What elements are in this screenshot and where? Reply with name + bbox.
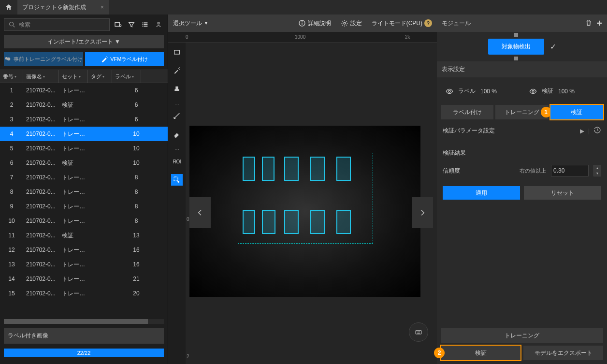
search-placeholder: 検索 — [19, 21, 30, 29]
pretrain-label-button[interactable]: 事前トレーニングラベル付け — [4, 52, 83, 66]
module-chip-detection[interactable]: 対象物検出 — [488, 39, 544, 55]
table-row[interactable]: 10210702-0...トレーニ...8 — [0, 214, 168, 228]
cell-num: 11 — [0, 232, 23, 239]
detection-box[interactable] — [262, 157, 275, 181]
confidence-spinner[interactable]: ▲▼ — [593, 165, 601, 176]
table-row[interactable]: 6210702-0...検証10 — [0, 156, 168, 170]
detail-button[interactable]: 詳細説明 — [298, 19, 331, 28]
tab-labeling[interactable]: ラベル付け — [441, 105, 493, 119]
add-module-button[interactable]: + — [596, 18, 602, 29]
detection-box[interactable] — [310, 157, 325, 181]
run-icon[interactable]: ▶ — [580, 128, 584, 134]
next-image-button[interactable] — [412, 197, 433, 228]
detection-box[interactable] — [262, 210, 275, 234]
detection-box[interactable] — [243, 157, 255, 181]
eraser-tool[interactable] — [171, 129, 183, 140]
detection-box[interactable] — [243, 210, 255, 234]
horizontal-scrollbar[interactable] — [4, 319, 164, 324]
home-button[interactable] — [0, 0, 17, 15]
help-icon[interactable]: ? — [424, 19, 432, 27]
confidence-input[interactable] — [551, 165, 589, 176]
footer-export-button[interactable]: モデルをエクスポート — [523, 346, 603, 360]
svg-point-0 — [10, 22, 14, 26]
roi-box[interactable] — [238, 153, 373, 244]
col-set[interactable]: セット▾ — [59, 70, 88, 83]
table-row[interactable]: 5210702-0...トレーニ...10 — [0, 141, 168, 156]
tab-training[interactable]: トレーニング 1 — [495, 105, 548, 119]
detection-box[interactable] — [284, 210, 299, 234]
import-export-button[interactable]: インポート/エクスポート ▼ — [4, 35, 164, 48]
list-icon[interactable] — [140, 19, 150, 30]
table-row[interactable]: 2210702-0...検証6 — [0, 98, 168, 112]
col-number[interactable]: 番号▾ — [0, 70, 23, 83]
svg-rect-4 — [143, 22, 144, 23]
stamp-tool[interactable] — [171, 83, 183, 95]
svg-rect-16 — [302, 23, 302, 25]
roi-tool[interactable]: ROI — [171, 156, 183, 167]
image-settings-icon[interactable] — [113, 19, 123, 30]
svg-rect-28 — [417, 333, 419, 333]
svg-point-13 — [106, 56, 106, 57]
svg-point-20 — [178, 68, 179, 69]
detection-box[interactable] — [336, 157, 351, 181]
search-input[interactable]: 検索 — [4, 18, 110, 31]
info-icon — [298, 19, 306, 27]
table-row[interactable]: 13210702-0...トレーニ...16 — [0, 257, 168, 272]
keyboard-button[interactable] — [409, 322, 428, 342]
table-row[interactable]: 15210702-0...トレーニ...20 — [0, 286, 168, 301]
reset-button[interactable]: リセット — [524, 186, 601, 200]
ruler-v-0: 0 — [187, 217, 189, 222]
tab-verify[interactable]: 検証 — [550, 105, 603, 119]
display-settings-header: 表示設定 — [437, 61, 607, 77]
settings-button[interactable]: 設定 — [341, 19, 362, 28]
table-row[interactable]: 7210702-0...トレーニ...8 — [0, 170, 168, 185]
history-icon[interactable] — [593, 126, 601, 135]
measure-tool[interactable] — [171, 110, 183, 122]
table-row[interactable]: 14210702-0...トレーニ...21 — [0, 272, 168, 286]
cell-set: トレーニ... — [59, 130, 88, 138]
detection-box[interactable] — [336, 210, 351, 234]
verify-param-title: 検証パラメータ設定 — [443, 127, 495, 135]
confidence-label: 信頼度 — [443, 167, 471, 175]
table-row[interactable]: 4210702-0...トレーニ...10 — [0, 127, 168, 141]
cell-name: 210702-0... — [23, 131, 59, 137]
col-label[interactable]: ラベル▾ — [112, 70, 141, 83]
cell-label: 16 — [112, 261, 160, 268]
footer-train-button[interactable]: トレーニング — [441, 328, 603, 343]
prev-image-button[interactable] — [189, 197, 211, 228]
cell-label: 8 — [112, 218, 160, 224]
table-row[interactable]: 3210702-0...トレーニ...6 — [0, 112, 168, 127]
col-tag[interactable]: タグ▾ — [88, 70, 112, 83]
table-row[interactable]: 12210702-0...トレーニ...16 — [0, 243, 168, 257]
layout-icon[interactable] — [153, 19, 164, 30]
footer-verify-button[interactable]: 2 検証 — [441, 346, 520, 360]
close-icon[interactable]: × — [101, 4, 104, 11]
col-image-name[interactable]: 画像名▾ — [23, 70, 59, 83]
cell-set: トレーニ... — [59, 116, 88, 124]
filter-icon[interactable] — [126, 19, 137, 30]
tool-divider: ⋯ — [171, 102, 183, 103]
eye-icon[interactable] — [529, 87, 537, 95]
selection-tool[interactable] — [171, 174, 183, 186]
cell-name: 210702-0... — [23, 203, 59, 210]
project-tab[interactable]: プロジェクトを新規作成 × — [17, 0, 109, 15]
rect-tool[interactable] — [171, 46, 183, 58]
detection-box[interactable] — [284, 157, 299, 181]
table-row[interactable]: 9210702-0...トレーニ...8 — [0, 199, 168, 214]
detection-box[interactable] — [310, 210, 325, 234]
apply-button[interactable]: 適用 — [443, 186, 520, 200]
svg-point-21 — [179, 69, 180, 70]
table-row[interactable]: 11210702-0...検証13 — [0, 228, 168, 243]
delete-module-button[interactable] — [585, 19, 593, 28]
wand-tool[interactable] — [171, 65, 183, 76]
canvas[interactable]: 0 2 — [186, 43, 437, 364]
svg-rect-19 — [174, 50, 180, 54]
cell-num: 6 — [0, 160, 23, 166]
table-row[interactable]: 8210702-0...トレーニ...8 — [0, 185, 168, 199]
vis-verify-text: 検証 — [542, 87, 553, 95]
eye-icon[interactable] — [446, 87, 453, 95]
light-mode-label[interactable]: ライトモード(CPU) ? — [372, 19, 432, 28]
vfm-label-button[interactable]: VFMラベル付け — [85, 52, 164, 66]
table-row[interactable]: 1210702-0...トレーニ...6 — [0, 83, 168, 98]
cell-num: 1 — [0, 87, 23, 94]
